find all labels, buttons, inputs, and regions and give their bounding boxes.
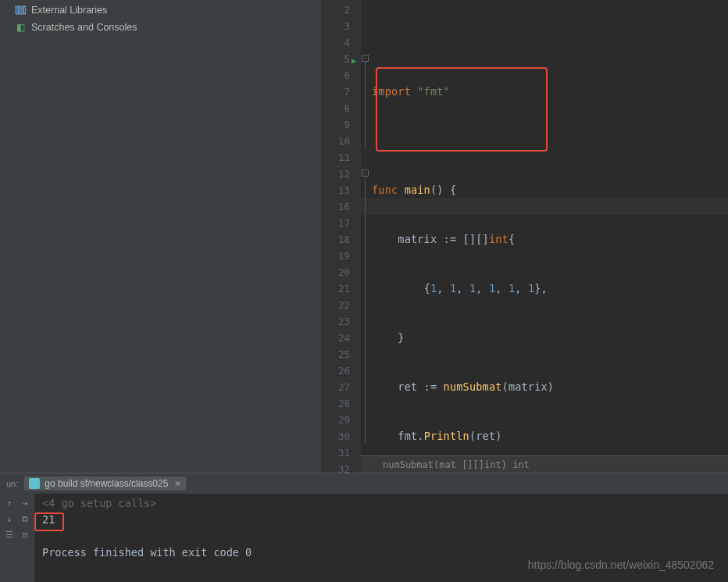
go-icon <box>29 478 40 489</box>
run-config-tab[interactable]: go build sf/newclass/class025 ✕ <box>24 477 186 491</box>
console-toolbar: ↑ ⇥ ↓ ⧉ ☰ ⊟ <box>0 494 34 582</box>
sidebar-item-external-libraries[interactable]: External Libraries <box>0 2 321 19</box>
console-collapse-icon[interactable]: ⇥ <box>19 497 31 509</box>
current-line-highlight <box>361 198 728 215</box>
watermark-text: https://blog.csdn.net/weixin_48502062 <box>528 559 714 571</box>
svg-rect-2 <box>21 6 23 14</box>
code-area[interactable]: − − import "fmt" func main() { matrix :=… <box>361 0 728 473</box>
sidebar-item-scratches[interactable]: ◧ Scratches and Consoles <box>0 19 321 36</box>
svg-rect-3 <box>24 6 26 14</box>
library-icon <box>14 4 27 16</box>
line-number-gutter: 2 3 4 5 ▶ 6 7 8 9 10 11 12 13 16 17 18 1… <box>322 0 361 473</box>
fold-marker-icon[interactable]: − <box>362 170 369 177</box>
console-filter-icon[interactable]: ⧉ <box>19 512 31 525</box>
sidebar-item-label: External Libraries <box>31 5 107 16</box>
code-editor: 2 3 4 5 ▶ 6 7 8 9 10 11 12 13 16 17 18 1… <box>322 0 728 473</box>
console-setup-line: <4 go setup calls> <box>42 495 720 512</box>
run-gutter-icon[interactable]: ▶ <box>352 52 356 69</box>
sidebar-item-label: Scratches and Consoles <box>31 22 137 33</box>
close-icon[interactable]: ✕ <box>174 479 181 489</box>
console-down-icon[interactable]: ↓ <box>3 512 16 525</box>
project-sidebar: External Libraries ◧ Scratches and Conso… <box>0 0 322 473</box>
fold-marker-icon[interactable]: − <box>362 55 369 62</box>
fold-column: − − <box>361 2 370 474</box>
breadcrumb-bar[interactable]: numSubmat(mat [][]int) int <box>361 455 728 473</box>
console-up-icon[interactable]: ↑ <box>3 497 16 509</box>
svg-rect-0 <box>16 6 17 14</box>
run-tab-bar: un: go build sf/newclass/class025 ✕ <box>0 473 728 494</box>
console-output-line: 21 <box>42 512 720 528</box>
scratches-icon: ◧ <box>14 21 27 34</box>
console-layout-icon[interactable]: ⊟ <box>19 528 31 541</box>
run-tab-label: go build sf/newclass/class025 <box>45 478 168 489</box>
svg-rect-1 <box>19 6 20 14</box>
run-label: un: <box>6 479 18 488</box>
console-settings-icon[interactable]: ☰ <box>3 528 16 541</box>
